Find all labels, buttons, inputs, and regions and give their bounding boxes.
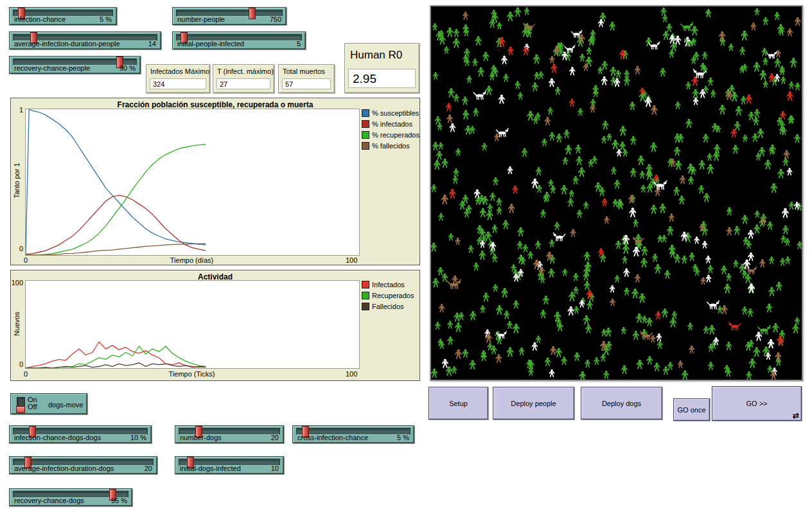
slider-value: 5 % (100, 15, 112, 23)
slider-value: 20 (145, 465, 152, 472)
series-line (26, 145, 206, 256)
switch-track[interactable] (17, 397, 25, 412)
legend-label: Fallecidos (372, 303, 404, 310)
monitor-label: Human R0 (345, 44, 419, 63)
plot-fraccion-poblacion: Fracción población susceptible, recupera… (10, 98, 420, 265)
switch-handle[interactable] (16, 406, 25, 413)
slider-label: number-dogs (180, 434, 222, 441)
monitor-t-infect-maximo: T (infect. máximo) 27 (213, 64, 274, 93)
legend-swatch-fallecidos (362, 303, 369, 310)
slider-value: 90 % (119, 64, 136, 72)
slider-number-people[interactable]: number-people750 (172, 7, 287, 25)
slider-initial-people-infected[interactable]: initial-people-infected5 (172, 31, 306, 49)
slider-recovery-chance-dogs[interactable]: recovery-chance-dogs95 % (9, 488, 132, 506)
slider-value: 10 (271, 465, 279, 472)
slider-value: 750 (270, 15, 281, 23)
slider-cross-infection-chance[interactable]: cross-infection-chance5 % (292, 425, 414, 443)
monitor-label: Total muertos (279, 65, 334, 76)
legend-label: Recuperados (372, 292, 414, 299)
series-line (26, 109, 206, 254)
slider-label: infection-chance (14, 15, 66, 23)
y-axis-min-tick: 0 (11, 245, 23, 253)
monitor-value: 57 (282, 78, 331, 89)
legend-swatch-recuperados (362, 131, 369, 139)
legend-item: % fallecidos (362, 142, 419, 150)
deploy-dogs-button[interactable]: Deploy dogs (581, 387, 662, 420)
plot-canvas (25, 109, 360, 256)
plot-legend: Infectados Recuperados Fallecidos (362, 281, 414, 310)
slider-label: infection-chance-dogs-dogs (14, 434, 101, 441)
legend-label: % infectados (372, 120, 412, 128)
go-forever-button[interactable]: GO >> ⇄ (712, 386, 802, 421)
legend-swatch-susceptibles (362, 109, 369, 117)
monitor-total-muertos: Total muertos 57 (278, 64, 335, 93)
slider-label: number-people (177, 15, 225, 23)
button-label: Deploy dogs (602, 400, 641, 407)
slider-infection-chance[interactable]: infection-chance5 % (9, 7, 117, 25)
monitor-value: 2.95 (348, 69, 416, 88)
slider-value: 14 (148, 40, 156, 48)
deploy-people-button[interactable]: Deploy people (493, 387, 574, 420)
button-label: GO once (677, 406, 705, 414)
series-line (26, 195, 206, 254)
slider-average-infection-duration-dogs[interactable]: average-infection-duration-dogs20 (9, 456, 157, 474)
switch-off-label: Off (28, 403, 37, 411)
legend-swatch-fallecidos (362, 142, 369, 150)
slider-label: average-infection-duration-people (14, 40, 120, 48)
plot-legend: % susceptibles % infectados % recuperado… (362, 109, 419, 150)
series-line (26, 363, 206, 368)
slider-value: 95 % (111, 497, 127, 504)
setup-button[interactable]: Setup (428, 387, 488, 420)
world-view (430, 5, 803, 381)
monitor-label: Infectados Máximo (146, 65, 209, 76)
y-axis-max-tick: 1 (11, 106, 23, 114)
slider-label: recovery-chance-people (14, 64, 90, 72)
slider-recovery-chance-people[interactable]: recovery-chance-people90 % (9, 56, 141, 74)
slider-value: 5 % (397, 434, 409, 441)
slider-label: average-infection-duration-dogs (14, 465, 114, 472)
plot-actividad: Actividad 100 0 Nuevos 0 100 Tiempo (Tic… (10, 270, 420, 381)
slider-label: initial-people-infected (177, 40, 244, 48)
monitor-label: T (infect. máximo) (213, 65, 274, 76)
button-label: GO >> (746, 400, 767, 407)
legend-item: % susceptibles (362, 109, 419, 117)
series-line (26, 342, 206, 368)
y-axis-max-tick: 100 (11, 279, 23, 287)
legend-label: % susceptibles (372, 109, 419, 117)
legend-item: Infectados (362, 281, 414, 288)
legend-swatch-infectados (362, 120, 369, 128)
plot-canvas (25, 280, 360, 369)
legend-item: Fallecidos (362, 303, 414, 310)
monitor-human-r0: Human R0 2.95 (344, 43, 419, 93)
slider-value: 10 % (130, 434, 146, 441)
monitor-value: 324 (150, 78, 206, 89)
slider-label: recovery-chance-dogs (14, 497, 84, 504)
legend-item: Recuperados (362, 292, 414, 299)
legend-swatch-recuperados (362, 292, 369, 299)
forever-icon: ⇄ (793, 412, 799, 420)
legend-label: % recuperados (372, 131, 419, 139)
y-axis-label: Nuevos (13, 312, 21, 335)
button-label: Setup (449, 400, 468, 407)
monitor-infectados-maximo: Infectados Máximo 324 (146, 64, 210, 93)
slider-value: 20 (271, 434, 279, 441)
x-axis-label: Tiempo (días) (25, 256, 358, 264)
y-axis-label: Tanto por 1 (13, 163, 21, 198)
y-axis-min-tick: 0 (11, 360, 23, 368)
slider-infection-chance-dogs-dogs[interactable]: infection-chance-dogs-dogs10 % (9, 425, 152, 443)
button-label: Deploy people (511, 400, 556, 407)
legend-label: Infectados (372, 281, 405, 288)
switch-label: dogs-move (48, 401, 83, 409)
legend-item: % recuperados (362, 131, 419, 139)
slider-label: cross-infection-chance (297, 434, 368, 441)
switch-dogs-move[interactable]: On Off dogs-move (10, 393, 87, 414)
slider-value: 5 (297, 40, 301, 48)
slider-average-infection-duration-people[interactable]: average-infection-duration-people14 (9, 31, 161, 49)
go-once-button[interactable]: GO once (673, 398, 710, 421)
slider-number-dogs[interactable]: number-dogs20 (175, 425, 284, 443)
world-canvas (431, 6, 802, 380)
slider-initial-dogs-infected[interactable]: initial-dogs-infected10 (175, 456, 284, 474)
monitor-value: 27 (216, 78, 270, 89)
x-axis-label: Tiempo (Ticks) (25, 370, 358, 378)
legend-item: % infectados (362, 120, 419, 128)
